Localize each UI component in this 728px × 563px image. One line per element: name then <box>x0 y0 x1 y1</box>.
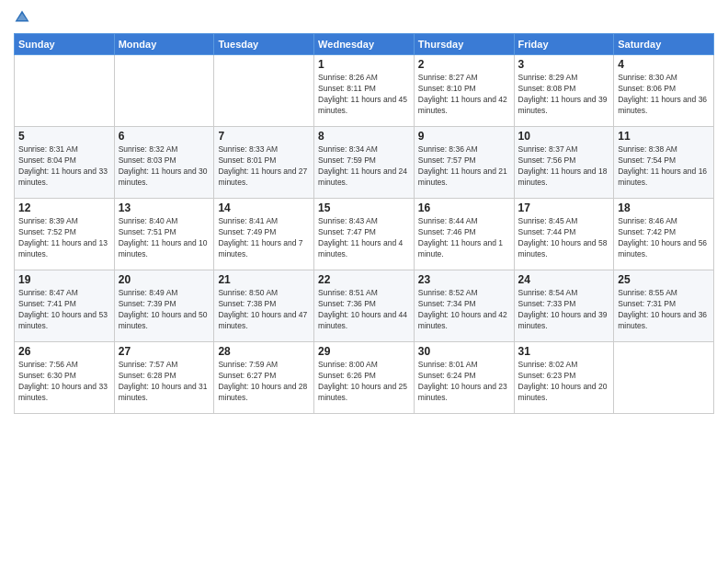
week-row-5: 26Sunrise: 7:56 AM Sunset: 6:30 PM Dayli… <box>15 342 714 414</box>
week-row-4: 19Sunrise: 8:47 AM Sunset: 7:41 PM Dayli… <box>15 270 714 342</box>
day-info: Sunrise: 8:45 AM Sunset: 7:44 PM Dayligh… <box>518 216 610 260</box>
day-number: 26 <box>18 345 110 358</box>
day-info: Sunrise: 8:46 AM Sunset: 7:42 PM Dayligh… <box>618 216 710 260</box>
day-cell: 10Sunrise: 8:37 AM Sunset: 7:56 PM Dayli… <box>514 127 614 199</box>
day-cell: 3Sunrise: 8:29 AM Sunset: 8:08 PM Daylig… <box>514 55 614 127</box>
day-cell: 2Sunrise: 8:27 AM Sunset: 8:10 PM Daylig… <box>414 55 514 127</box>
calendar-table: SundayMondayTuesdayWednesdayThursdayFrid… <box>14 33 714 414</box>
day-info: Sunrise: 8:49 AM Sunset: 7:39 PM Dayligh… <box>119 288 210 332</box>
day-number: 24 <box>518 273 610 286</box>
day-cell: 22Sunrise: 8:51 AM Sunset: 7:36 PM Dayli… <box>314 270 415 342</box>
day-cell: 8Sunrise: 8:34 AM Sunset: 7:59 PM Daylig… <box>314 127 415 199</box>
day-cell: 13Sunrise: 8:40 AM Sunset: 7:51 PM Dayli… <box>114 199 214 270</box>
day-number: 16 <box>418 201 510 214</box>
day-cell: 18Sunrise: 8:46 AM Sunset: 7:42 PM Dayli… <box>614 199 714 270</box>
day-cell <box>614 342 714 414</box>
day-number: 9 <box>418 130 510 143</box>
day-cell: 1Sunrise: 8:26 AM Sunset: 8:11 PM Daylig… <box>314 55 415 127</box>
day-number: 28 <box>218 345 310 358</box>
day-info: Sunrise: 8:43 AM Sunset: 7:47 PM Dayligh… <box>318 216 410 260</box>
week-row-3: 12Sunrise: 8:39 AM Sunset: 7:52 PM Dayli… <box>15 199 714 270</box>
day-cell: 28Sunrise: 7:59 AM Sunset: 6:27 PM Dayli… <box>214 342 314 414</box>
day-cell: 14Sunrise: 8:41 AM Sunset: 7:49 PM Dayli… <box>214 199 314 270</box>
day-number: 10 <box>518 130 610 143</box>
column-header-sunday: Sunday <box>15 34 115 55</box>
day-number: 27 <box>119 345 210 358</box>
day-number: 11 <box>618 130 710 143</box>
day-info: Sunrise: 8:01 AM Sunset: 6:24 PM Dayligh… <box>418 360 510 404</box>
day-info: Sunrise: 8:32 AM Sunset: 8:03 PM Dayligh… <box>119 144 210 189</box>
day-number: 8 <box>318 130 410 143</box>
day-cell: 19Sunrise: 8:47 AM Sunset: 7:41 PM Dayli… <box>15 270 115 342</box>
day-number: 22 <box>318 273 410 286</box>
day-number: 20 <box>119 273 210 286</box>
day-info: Sunrise: 8:54 AM Sunset: 7:33 PM Dayligh… <box>518 288 610 332</box>
header-row: SundayMondayTuesdayWednesdayThursdayFrid… <box>15 34 714 55</box>
day-number: 3 <box>518 58 610 71</box>
day-number: 30 <box>418 345 510 358</box>
day-info: Sunrise: 8:39 AM Sunset: 7:52 PM Dayligh… <box>18 216 110 260</box>
week-row-1: 1Sunrise: 8:26 AM Sunset: 8:11 PM Daylig… <box>15 55 714 127</box>
day-number: 6 <box>119 130 210 143</box>
day-number: 15 <box>318 201 410 214</box>
day-info: Sunrise: 8:50 AM Sunset: 7:38 PM Dayligh… <box>218 288 310 332</box>
day-cell <box>114 55 214 127</box>
day-cell: 21Sunrise: 8:50 AM Sunset: 7:38 PM Dayli… <box>214 270 314 342</box>
day-info: Sunrise: 8:37 AM Sunset: 7:56 PM Dayligh… <box>518 144 610 189</box>
day-info: Sunrise: 8:00 AM Sunset: 6:26 PM Dayligh… <box>318 360 410 404</box>
day-cell <box>15 55 115 127</box>
column-header-saturday: Saturday <box>614 34 714 55</box>
day-number: 5 <box>18 130 110 143</box>
day-cell: 9Sunrise: 8:36 AM Sunset: 7:57 PM Daylig… <box>414 127 514 199</box>
day-cell: 16Sunrise: 8:44 AM Sunset: 7:46 PM Dayli… <box>414 199 514 270</box>
week-row-2: 5Sunrise: 8:31 AM Sunset: 8:04 PM Daylig… <box>15 127 714 199</box>
day-cell: 15Sunrise: 8:43 AM Sunset: 7:47 PM Dayli… <box>314 199 415 270</box>
day-cell: 12Sunrise: 8:39 AM Sunset: 7:52 PM Dayli… <box>15 199 115 270</box>
column-header-monday: Monday <box>114 34 214 55</box>
day-cell: 6Sunrise: 8:32 AM Sunset: 8:03 PM Daylig… <box>114 127 214 199</box>
day-cell: 17Sunrise: 8:45 AM Sunset: 7:44 PM Dayli… <box>514 199 614 270</box>
day-number: 21 <box>218 273 310 286</box>
day-number: 13 <box>119 201 210 214</box>
day-info: Sunrise: 8:41 AM Sunset: 7:49 PM Dayligh… <box>218 216 310 260</box>
day-number: 12 <box>18 201 110 214</box>
column-header-tuesday: Tuesday <box>214 34 314 55</box>
page-container: SundayMondayTuesdayWednesdayThursdayFrid… <box>0 0 728 563</box>
day-cell: 23Sunrise: 8:52 AM Sunset: 7:34 PM Dayli… <box>414 270 514 342</box>
day-info: Sunrise: 8:40 AM Sunset: 7:51 PM Dayligh… <box>119 216 210 260</box>
day-cell: 26Sunrise: 7:56 AM Sunset: 6:30 PM Dayli… <box>15 342 115 414</box>
column-header-thursday: Thursday <box>414 34 514 55</box>
day-number: 17 <box>518 201 610 214</box>
day-info: Sunrise: 7:59 AM Sunset: 6:27 PM Dayligh… <box>218 360 310 404</box>
day-number: 23 <box>418 273 510 286</box>
day-number: 7 <box>218 130 310 143</box>
day-cell: 30Sunrise: 8:01 AM Sunset: 6:24 PM Dayli… <box>414 342 514 414</box>
header <box>14 9 714 26</box>
day-number: 4 <box>618 58 710 71</box>
day-info: Sunrise: 8:47 AM Sunset: 7:41 PM Dayligh… <box>18 288 110 332</box>
day-cell: 29Sunrise: 8:00 AM Sunset: 6:26 PM Dayli… <box>314 342 415 414</box>
day-number: 25 <box>618 273 710 286</box>
day-cell: 7Sunrise: 8:33 AM Sunset: 8:01 PM Daylig… <box>214 127 314 199</box>
day-info: Sunrise: 8:51 AM Sunset: 7:36 PM Dayligh… <box>318 288 410 332</box>
day-number: 2 <box>418 58 510 71</box>
day-number: 14 <box>218 201 310 214</box>
day-info: Sunrise: 8:02 AM Sunset: 6:23 PM Dayligh… <box>518 360 610 404</box>
day-info: Sunrise: 8:55 AM Sunset: 7:31 PM Dayligh… <box>618 288 710 332</box>
day-number: 19 <box>18 273 110 286</box>
day-info: Sunrise: 8:36 AM Sunset: 7:57 PM Dayligh… <box>418 144 510 189</box>
day-cell: 24Sunrise: 8:54 AM Sunset: 7:33 PM Dayli… <box>514 270 614 342</box>
day-cell: 4Sunrise: 8:30 AM Sunset: 8:06 PM Daylig… <box>614 55 714 127</box>
day-info: Sunrise: 8:44 AM Sunset: 7:46 PM Dayligh… <box>418 216 510 260</box>
day-cell: 11Sunrise: 8:38 AM Sunset: 7:54 PM Dayli… <box>614 127 714 199</box>
day-info: Sunrise: 8:29 AM Sunset: 8:08 PM Dayligh… <box>518 73 610 117</box>
day-cell: 25Sunrise: 8:55 AM Sunset: 7:31 PM Dayli… <box>614 270 714 342</box>
day-number: 18 <box>618 201 710 214</box>
day-info: Sunrise: 8:31 AM Sunset: 8:04 PM Dayligh… <box>18 144 110 189</box>
column-header-wednesday: Wednesday <box>314 34 415 55</box>
day-cell: 5Sunrise: 8:31 AM Sunset: 8:04 PM Daylig… <box>15 127 115 199</box>
day-info: Sunrise: 8:33 AM Sunset: 8:01 PM Dayligh… <box>218 144 310 189</box>
day-number: 1 <box>318 58 410 71</box>
day-cell: 31Sunrise: 8:02 AM Sunset: 6:23 PM Dayli… <box>514 342 614 414</box>
day-info: Sunrise: 8:38 AM Sunset: 7:54 PM Dayligh… <box>618 144 710 189</box>
